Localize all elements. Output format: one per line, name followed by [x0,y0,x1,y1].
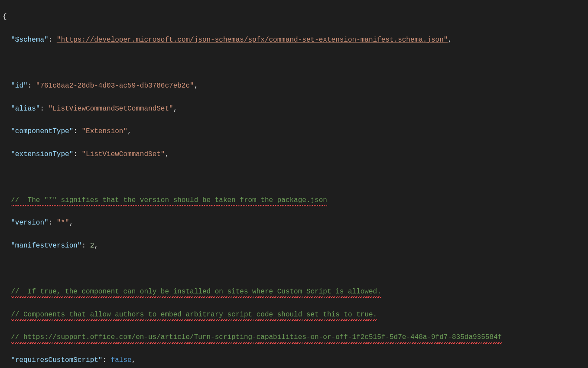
code-line[interactable]: { [0,11,588,23]
json-key-id: "id" [11,82,27,90]
code-line[interactable]: // If true, the component can only be in… [0,286,588,297]
json-value-alias: "ListViewCommandSetCommandSet" [49,105,173,113]
code-line[interactable]: "version": "*", [0,217,588,228]
code-line[interactable]: "id": "761c8aa2-28db-4d03-ac59-db3786c7e… [0,80,588,91]
brace-open: { [3,13,7,21]
comment-customscript-1: // If true, the component can only be in… [11,286,381,297]
code-line[interactable]: "$schema": "https://developer.microsoft.… [0,34,588,46]
json-key-requirescustomscript: "requiresCustomScript" [11,356,102,364]
comment-customscript-2: // Components that allow authors to embe… [11,309,377,320]
code-line[interactable]: "extensionType": "ListViewCommandSet", [0,149,588,160]
json-key-version: "version" [11,219,48,227]
json-key-extensiontype: "extensionType" [11,150,73,158]
code-line[interactable]: "componentType": "Extension", [0,126,588,137]
json-value-requirescustomscript: false [111,356,132,364]
code-line[interactable] [0,172,588,183]
code-line[interactable]: "alias": "ListViewCommandSetCommandSet", [0,103,588,114]
code-line[interactable]: // Components that allow authors to embe… [0,309,588,320]
json-value-id: "761c8aa2-28db-4d03-ac59-db3786c7eb2c" [36,82,194,90]
json-key-alias: "alias" [11,105,40,113]
code-editor[interactable]: { "$schema": "https://developer.microsof… [0,0,588,368]
code-line[interactable] [0,57,588,68]
json-value-schema-url[interactable]: "https://developer.microsoft.com/json-sc… [57,36,448,44]
code-line[interactable]: "manifestVersion": 2, [0,240,588,251]
code-line[interactable]: // The "*" signifies that the version sh… [0,195,588,206]
code-line[interactable] [0,263,588,274]
comment-customscript-3: // https://support.office.com/en-us/arti… [11,332,502,343]
json-value-extensiontype: "ListViewCommandSet" [81,150,165,158]
code-line[interactable]: "requiresCustomScript": false, [0,355,588,366]
comment-version: // The "*" signifies that the version sh… [11,195,327,206]
json-key-schema: "$schema" [11,36,48,44]
json-value-componenttype: "Extension" [81,127,127,135]
json-key-manifestversion: "manifestVersion" [11,242,81,250]
json-key-componenttype: "componentType" [11,127,73,135]
json-value-manifestversion: 2 [90,242,94,250]
json-value-version: "*" [57,219,69,227]
code-line[interactable]: // https://support.office.com/en-us/arti… [0,332,588,343]
